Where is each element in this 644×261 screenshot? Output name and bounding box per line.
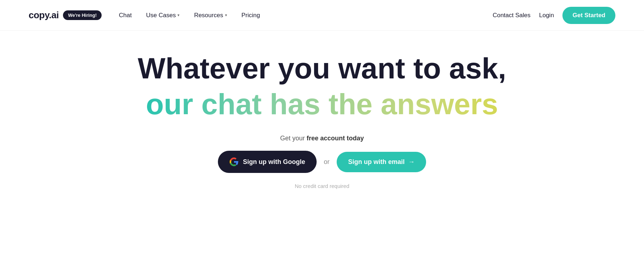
contact-sales-link[interactable]: Contact Sales <box>493 12 531 19</box>
free-account-text: Get your free account today <box>280 135 364 142</box>
hero-section: Whatever you want to ask, our chat has t… <box>0 31 644 203</box>
chevron-down-icon: ▾ <box>177 13 180 18</box>
hero-headline-line2: our chat has the answers <box>146 88 498 120</box>
nav-chat[interactable]: Chat <box>113 9 137 22</box>
or-divider: or <box>324 158 330 166</box>
login-link[interactable]: Login <box>539 12 554 19</box>
sign-up-google-button[interactable]: Sign up with Google <box>218 151 317 173</box>
nav-use-cases[interactable]: Use Cases ▾ <box>140 9 185 22</box>
navigation: copy.ai We're Hiring! Chat Use Cases ▾ R… <box>0 0 644 31</box>
nav-pricing[interactable]: Pricing <box>236 9 266 22</box>
no-credit-text: No credit card required <box>295 183 350 189</box>
hiring-badge[interactable]: We're Hiring! <box>63 10 102 20</box>
logo-link[interactable]: copy.ai We're Hiring! <box>29 10 102 21</box>
nav-links: Chat Use Cases ▾ Resources ▾ Pricing <box>113 9 493 22</box>
hero-headline-line1: Whatever you want to ask, <box>138 52 506 84</box>
chevron-down-icon: ▾ <box>225 13 227 18</box>
get-started-button[interactable]: Get Started <box>562 7 615 24</box>
nav-resources[interactable]: Resources ▾ <box>188 9 233 22</box>
nav-right: Contact Sales Login Get Started <box>493 7 615 24</box>
google-icon <box>229 157 239 166</box>
logo-text: copy.ai <box>29 10 59 21</box>
sign-up-email-button[interactable]: Sign up with email → <box>337 152 426 172</box>
gradient-headline: our chat has the answers <box>146 88 498 120</box>
arrow-icon: → <box>408 158 415 166</box>
cta-row: Sign up with Google or Sign up with emai… <box>218 151 426 173</box>
